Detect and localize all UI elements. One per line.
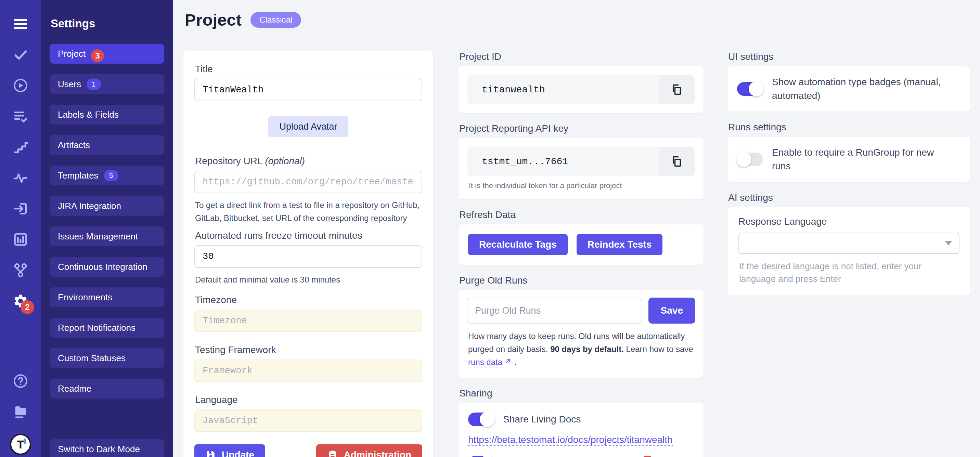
- runs-nav-button[interactable]: [12, 77, 29, 94]
- administration-button[interactable]: Administration: [316, 444, 422, 457]
- settings-nav-button[interactable]: 2: [12, 293, 29, 309]
- sidebar-item-label: Report Notifications: [58, 322, 135, 333]
- sidebar-item-environments[interactable]: Environments: [49, 287, 164, 307]
- sidebar-item-labels-fields[interactable]: Labels & Fields: [49, 105, 164, 124]
- rungroup-toggle[interactable]: [737, 152, 763, 166]
- settings-sidebar: Settings Project 3 Users 1 Labels & Fiel…: [41, 0, 173, 457]
- hamburger-icon: [13, 16, 29, 32]
- optional-hint: (optional): [265, 156, 305, 166]
- ui-settings-label: UI settings: [728, 51, 970, 62]
- app-root: 2 T Settings Project 3 Users 1: [0, 0, 980, 457]
- share-living-docs-label: Share Living Docs: [503, 413, 581, 426]
- projects-folder-button[interactable]: [12, 404, 29, 420]
- title-input[interactable]: [194, 79, 422, 101]
- purge-old-runs-card: Save How many days to keep runs. Old run…: [458, 290, 703, 378]
- annotation-step-2: 2: [21, 300, 34, 314]
- purge-old-runs-label: Purge Old Runs: [459, 275, 703, 286]
- sidebar-item-label: Switch to Dark Mode: [58, 444, 140, 455]
- activity-pulse-icon: [13, 170, 29, 186]
- automation-badges-row: Show automation type badges (manual, aut…: [737, 75, 961, 103]
- update-button[interactable]: Update: [194, 444, 265, 457]
- sharing-label: Sharing: [459, 388, 703, 399]
- project-id-card: titanwealth: [458, 67, 703, 113]
- save-button[interactable]: Save: [648, 298, 695, 324]
- copy-api-key-button[interactable]: [659, 147, 695, 176]
- recalculate-tags-button[interactable]: Recalculate Tags: [468, 234, 568, 255]
- milestones-nav-button[interactable]: [12, 139, 29, 155]
- tests-nav-button[interactable]: [12, 46, 29, 63]
- sidebar-item-label: Readme: [58, 384, 91, 394]
- sidebar-item-label: Users: [58, 79, 81, 90]
- language-input[interactable]: [194, 409, 422, 432]
- rungroup-label: Enable to require a RunGroup for new run…: [772, 146, 950, 173]
- freeze-timeout-input[interactable]: [194, 245, 422, 268]
- rungroup-row: Enable to require a RunGroup for new run…: [737, 146, 961, 173]
- sidebar-item-project[interactable]: Project 3: [49, 44, 164, 63]
- testing-framework-input[interactable]: [194, 360, 422, 382]
- api-key-value: tstmt_um...7661: [468, 156, 659, 167]
- count-badge: 1: [87, 79, 101, 90]
- project-id-value: titanwealth: [468, 84, 659, 95]
- repository-url-input[interactable]: [194, 171, 422, 193]
- sharing-card: Share Living Docs https://beta.testomat.…: [458, 403, 703, 457]
- sidebar-item-report-notifications[interactable]: Report Notifications: [49, 318, 164, 338]
- sidebar-item-readme[interactable]: Readme: [49, 379, 164, 398]
- project-id-label: Project ID: [459, 51, 703, 62]
- analytics-nav-button[interactable]: [12, 170, 29, 186]
- branches-nav-button[interactable]: [12, 262, 29, 278]
- enable-public-report-row: Enable Public Report 4: [468, 455, 694, 457]
- ui-settings-card: Show automation type badges (manual, aut…: [727, 67, 970, 111]
- title-label: Title: [195, 63, 422, 75]
- check-icon: [13, 47, 29, 63]
- reports-nav-button[interactable]: [12, 231, 29, 248]
- external-link-icon: [505, 357, 512, 365]
- upload-avatar-button[interactable]: Upload Avatar: [268, 116, 348, 137]
- copy-icon: [670, 155, 683, 168]
- help-button[interactable]: [12, 373, 29, 389]
- share-living-docs-toggle[interactable]: [468, 413, 494, 426]
- folder-icon: [13, 404, 29, 420]
- sidebar-item-jira-integration[interactable]: JIRA Integration: [49, 196, 164, 216]
- testomat-logo[interactable]: T: [10, 434, 31, 455]
- avatar-row: Upload Avatar: [194, 116, 422, 137]
- sidebar-item-label: JIRA Integration: [58, 201, 121, 211]
- share-living-docs-row: Share Living Docs: [468, 413, 694, 426]
- copy-project-id-button[interactable]: [659, 75, 695, 104]
- ai-settings-card: Response Language If the desired languag…: [727, 207, 970, 295]
- purge-help-mid: Learn how to save: [624, 344, 693, 354]
- timezone-label: Timezone: [195, 295, 422, 305]
- help-icon: [13, 373, 29, 389]
- play-circle-icon: [13, 78, 29, 94]
- living-docs-link[interactable]: https://beta.testomat.io/docs/projects/t…: [468, 435, 673, 446]
- sidebar-item-artifacts[interactable]: Artifacts: [49, 135, 164, 155]
- toggle-knob: [749, 81, 764, 97]
- purge-help-post: .: [512, 357, 517, 367]
- sidebar-item-issues-management[interactable]: Issues Management: [49, 227, 164, 246]
- sidebar-item-users[interactable]: Users 1: [49, 74, 164, 94]
- sidebar-item-continuous-integration[interactable]: Continuous Integration: [49, 257, 164, 277]
- annotation-pointer: 4: [608, 455, 655, 457]
- runs-data-link[interactable]: runs data: [468, 357, 502, 367]
- sidebar-item-templates[interactable]: Templates 5: [49, 165, 164, 186]
- sidebar-item-label: Labels & Fields: [58, 109, 119, 120]
- page-title: Project: [185, 10, 242, 29]
- sidebar-item-label: Templates: [58, 170, 99, 181]
- response-language-select[interactable]: [738, 233, 959, 254]
- project-form-column: Title Upload Avatar Repository URL (opti…: [183, 51, 433, 457]
- repository-url-label-text: Repository URL: [195, 156, 262, 166]
- automation-badges-label: Show automation type badges (manual, aut…: [772, 75, 950, 103]
- sidebar-item-label: Artifacts: [58, 140, 90, 151]
- purge-input-row: Save: [467, 298, 695, 324]
- reindex-tests-button[interactable]: Reindex Tests: [577, 234, 663, 255]
- automation-badges-toggle[interactable]: [737, 82, 763, 96]
- hamburger-menu-button[interactable]: [12, 16, 29, 32]
- plans-nav-button[interactable]: [12, 108, 29, 124]
- sidebar-item-label: Continuous Integration: [58, 262, 148, 272]
- import-nav-button[interactable]: [12, 200, 29, 217]
- timezone-input[interactable]: [194, 309, 422, 332]
- sidebar-item-dark-mode[interactable]: Switch to Dark Mode: [49, 439, 164, 457]
- bar-chart-icon: [13, 232, 29, 247]
- purge-days-input[interactable]: [467, 298, 642, 324]
- sidebar-item-custom-statuses[interactable]: Custom Statuses: [49, 348, 164, 368]
- save-floppy-icon: [205, 449, 216, 457]
